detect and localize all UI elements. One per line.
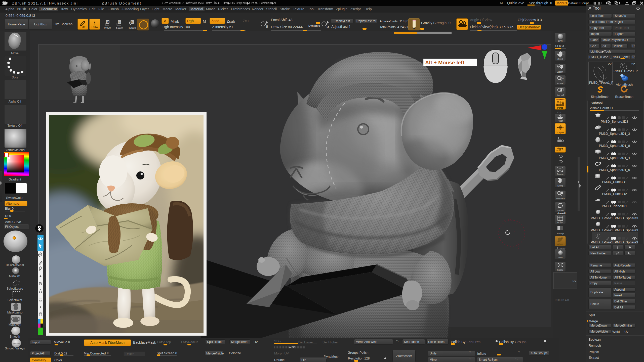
svg-text:Y: Y — [560, 155, 562, 158]
svg-text:+: + — [262, 23, 264, 25]
svg-text:D: D — [327, 25, 329, 29]
svg-text:S: S — [266, 25, 268, 28]
svg-text:+: + — [323, 23, 325, 25]
svg-text:R: R — [131, 20, 133, 23]
svg-text:Z: Z — [560, 161, 561, 163]
svg-text:XYZ: XYZ — [558, 148, 563, 151]
svg-text:x1: x1 — [561, 76, 564, 79]
svg-text:Alt + Mouse left: Alt + Mouse left — [425, 60, 464, 65]
svg-text:S: S — [118, 20, 120, 23]
svg-text:M: M — [106, 20, 109, 23]
